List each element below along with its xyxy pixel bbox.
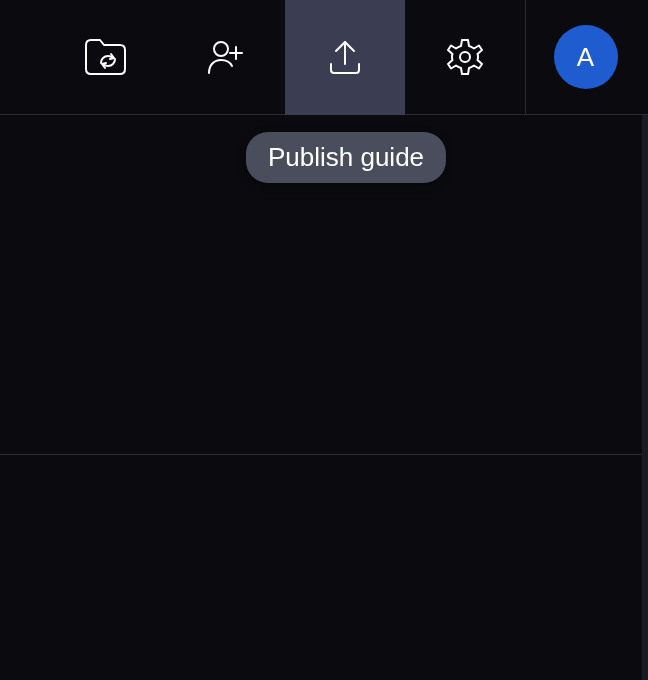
settings-button[interactable] (405, 0, 525, 115)
upload-icon (325, 37, 365, 77)
scrollbar[interactable] (642, 115, 648, 680)
svg-point-4 (460, 52, 470, 62)
tooltip-text: Publish guide (268, 142, 424, 172)
add-user-icon (205, 37, 245, 77)
avatar[interactable]: A (554, 25, 618, 89)
publish-button[interactable] (285, 0, 405, 115)
tooltip: Publish guide (246, 132, 446, 183)
avatar-initial: A (577, 42, 594, 73)
avatar-container: A (525, 0, 645, 115)
folder-sync-button[interactable] (45, 0, 165, 115)
svg-point-0 (214, 42, 228, 56)
folder-sync-icon (83, 37, 127, 77)
gear-icon (445, 37, 485, 77)
toolbar: A (0, 0, 648, 115)
add-user-button[interactable] (165, 0, 285, 115)
divider (0, 454, 642, 455)
